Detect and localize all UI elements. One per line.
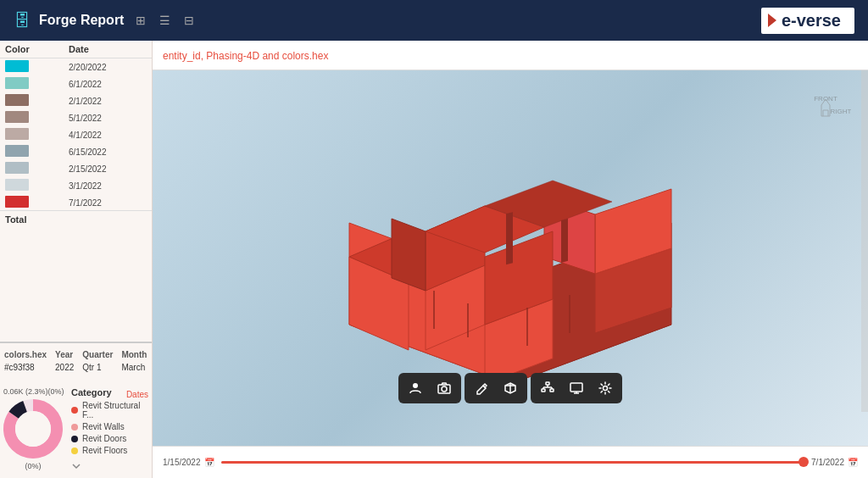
color-cell	[0, 160, 64, 177]
detail-col-quarter: Quarter	[78, 348, 117, 361]
color-swatch	[5, 196, 29, 208]
timeline-handle[interactable]	[798, 457, 809, 467]
date-cell: 2/1/2022	[64, 92, 152, 109]
start-cal-icon[interactable]: 📅	[204, 458, 214, 467]
camera-button[interactable]	[432, 376, 456, 400]
date-cell: 4/1/2022	[64, 126, 152, 143]
table-row[interactable]: 5/1/2022	[0, 109, 152, 126]
table-row[interactable]: 3/1/2022	[0, 177, 152, 194]
header-icon-1[interactable]: ⊞	[132, 12, 149, 29]
detail-table: colors.hex Year Quarter Month Day #c93f3…	[0, 348, 153, 374]
toolbar-group-3	[531, 373, 622, 403]
category-item: Revit Structural F...	[71, 401, 148, 420]
color-cell	[0, 177, 64, 194]
nav-cube[interactable]: FRONT RIGHT	[800, 84, 851, 135]
table-row[interactable]: 2/20/2022	[0, 58, 152, 76]
everse-triangle-icon	[768, 14, 776, 27]
category-dot	[71, 447, 78, 454]
table-row[interactable]: 4/1/2022	[0, 126, 152, 143]
detail-quarter: Qtr 1	[78, 361, 117, 374]
donut-label-bottom: (0%)	[25, 462, 41, 470]
table-scroll[interactable]: Color Date 2/20/2022 6/1/2022 2/1/2022 5…	[0, 41, 152, 210]
table-row[interactable]: 2/1/2022	[0, 92, 152, 109]
app-title: Forge Report	[39, 13, 124, 28]
everse-logo: e-verse	[761, 8, 854, 34]
table-row[interactable]: 2/15/2022	[0, 160, 152, 177]
svg-rect-40	[570, 383, 582, 392]
timeline-end-date: 7/1/2022 📅	[811, 458, 858, 467]
header-icon-3[interactable]: ⊟	[181, 12, 198, 29]
color-cell	[0, 58, 64, 76]
dates-link[interactable]: Dates	[126, 390, 148, 399]
header-toolbar-icons: ⊞ ☰ ⊟	[132, 12, 198, 29]
end-date-text: 7/1/2022	[811, 458, 844, 467]
detail-month: March	[117, 361, 151, 374]
color-swatch	[5, 60, 29, 72]
total-row: Total	[0, 210, 152, 228]
category-title: Category	[71, 387, 112, 397]
total-label: Total	[5, 214, 26, 225]
svg-marker-16	[392, 219, 426, 291]
color-swatch	[5, 162, 29, 174]
display-button[interactable]	[565, 376, 588, 400]
category-more-icon	[71, 458, 148, 473]
svg-text:RIGHT: RIGHT	[831, 108, 851, 115]
header-left: 🗄 Forge Report ⊞ ☰ ⊟	[14, 11, 198, 31]
settings-button[interactable]	[593, 376, 617, 400]
color-cell	[0, 194, 64, 210]
color-swatch	[5, 94, 29, 106]
viewport-title: entity_id, Phasing-4D and colors.hex	[163, 50, 328, 62]
col-color: Color	[0, 41, 64, 58]
toolbar-group-1	[398, 373, 461, 403]
date-cell: 5/1/2022	[64, 109, 152, 126]
svg-rect-34	[542, 389, 545, 392]
detail-hex: #c93f38	[0, 361, 51, 374]
end-cal-icon[interactable]: 📅	[848, 458, 858, 467]
table-row[interactable]: 7/1/2022	[0, 194, 152, 210]
table-row[interactable]: 6/15/2022	[0, 143, 152, 160]
donut-label-top: 0.06K (2.3%)(0%)	[3, 387, 64, 396]
svg-point-43	[604, 386, 608, 391]
viewport-3d[interactable]: FRONT RIGHT	[153, 70, 868, 446]
detail-col-year: Year	[51, 348, 78, 361]
color-cell	[0, 92, 64, 109]
svg-rect-33	[546, 382, 549, 385]
color-swatch	[5, 128, 29, 140]
donut-svg	[3, 399, 63, 459]
category-label: Revit Structural F...	[82, 401, 148, 420]
category-section: Category Dates Revit Structural F... Rev…	[68, 384, 148, 473]
color-cell	[0, 109, 64, 126]
svg-rect-25	[506, 212, 513, 264]
detail-col-month: Month	[117, 348, 151, 361]
date-cell: 7/1/2022	[64, 194, 152, 210]
person-button[interactable]	[403, 376, 427, 400]
svg-point-27	[413, 383, 418, 388]
color-swatch	[5, 179, 29, 191]
category-dot	[71, 407, 78, 414]
category-dot	[71, 436, 78, 442]
svg-rect-26	[561, 219, 568, 263]
color-date-table: Color Date 2/20/2022 6/1/2022 2/1/2022 5…	[0, 41, 152, 210]
edit-button[interactable]	[470, 376, 493, 400]
donut-chart: 0.06K (2.3%)(0%) (0%)	[3, 399, 63, 459]
timeline-strip: 1/15/2022 📅 7/1/2022 📅	[153, 446, 868, 478]
category-item: Revit Walls	[71, 422, 148, 431]
category-dot	[71, 424, 78, 431]
right-scrollbar[interactable]	[861, 70, 868, 412]
color-swatch	[5, 111, 29, 123]
toolbar-group-2	[465, 373, 527, 403]
svg-point-29	[442, 386, 447, 392]
detail-section: colors.hex Year Quarter Month Day #c93f3…	[0, 342, 152, 379]
header-icon-2[interactable]: ☰	[156, 12, 174, 29]
color-date-table-section: Color Date 2/20/2022 6/1/2022 2/1/2022 5…	[0, 41, 152, 342]
timeline-bar[interactable]	[221, 461, 805, 464]
date-cell: 3/1/2022	[64, 177, 152, 194]
col-date: Date	[64, 41, 152, 58]
table-row[interactable]: 6/1/2022	[0, 75, 152, 92]
hierarchy-button[interactable]	[536, 376, 559, 400]
category-item: Revit Floors	[71, 446, 148, 455]
right-panel: entity_id, Phasing-4D and colors.hex FRO…	[153, 41, 868, 478]
box-button[interactable]	[498, 376, 522, 400]
category-list: Revit Structural F... Revit Walls Revit …	[71, 401, 148, 455]
nav-cube-svg: FRONT RIGHT	[800, 84, 851, 135]
